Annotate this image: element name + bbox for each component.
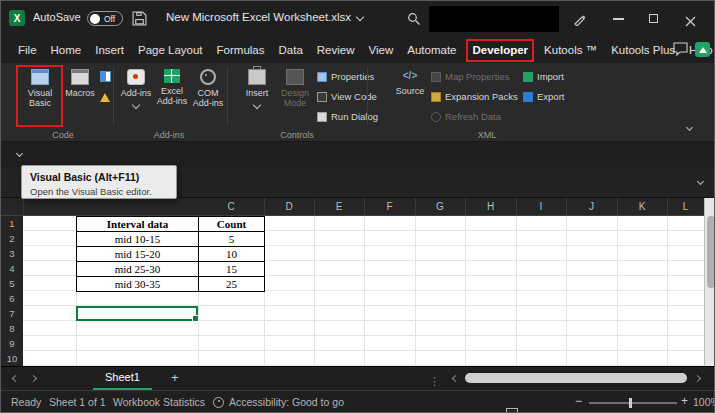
document-title[interactable]: New Microsoft Excel Worksheet.xlsx (166, 11, 363, 23)
expansion-packs-button[interactable]: Expansion Packs (431, 91, 518, 102)
import-button[interactable]: Import (523, 71, 564, 82)
macros-label: Macros (65, 88, 95, 98)
comments-icon[interactable] (673, 42, 688, 60)
row-header-3[interactable]: 3 (1, 246, 23, 261)
formula-bar-expand-chevron[interactable] (697, 178, 704, 185)
zoom-slider-thumb[interactable] (629, 398, 632, 408)
column-header-G[interactable]: G (415, 198, 466, 215)
tab-view[interactable]: View (362, 38, 401, 63)
insert-label: Insert (246, 88, 269, 98)
addins-label: Add-ins (121, 88, 152, 98)
share-icon[interactable] (695, 42, 710, 57)
refresh-data-label: Refresh Data (445, 111, 501, 122)
row-header-6[interactable]: 6 (1, 291, 23, 306)
tab-kutools[interactable]: Kutools ™ (537, 38, 604, 63)
tab-formulas[interactable]: Formulas (210, 38, 272, 63)
add-sheet-button[interactable]: + (171, 370, 179, 385)
column-header-I[interactable]: I (516, 198, 567, 215)
tab-file[interactable]: File (11, 38, 44, 63)
column-header-L[interactable]: L (667, 198, 705, 215)
properties-button[interactable]: Properties (317, 71, 374, 82)
cell-C1[interactable]: Count (199, 217, 265, 232)
cell-B3[interactable]: mid 15-20 (77, 247, 199, 262)
column-header-F[interactable]: F (364, 198, 416, 215)
cell-C4[interactable]: 15 (199, 262, 265, 277)
sheet-scroll-left-icon[interactable] (12, 375, 19, 382)
relative-references-icon[interactable] (100, 71, 111, 82)
pen-icon[interactable] (573, 12, 586, 30)
maximize-button[interactable] (649, 14, 658, 23)
run-dialog-button[interactable]: Run Dialog (317, 111, 378, 122)
accessibility-status[interactable]: Accessibility: Good to go (229, 396, 344, 408)
row-header-8[interactable]: 8 (1, 321, 23, 336)
macro-security-icon[interactable] (100, 93, 110, 102)
cell-C5[interactable]: 25 (199, 277, 265, 292)
column-header-E[interactable]: E (314, 198, 365, 215)
search-icon[interactable] (407, 12, 421, 30)
row-header-7[interactable]: 7 (1, 306, 23, 321)
cell-B1[interactable]: Interval data (77, 217, 199, 232)
excel-window: AutoSave Off New Microsoft Excel Workshe… (0, 0, 715, 413)
save-icon[interactable] (132, 11, 147, 30)
horizontal-scrollbar-thumb[interactable] (465, 373, 687, 383)
cell-C3[interactable]: 10 (199, 247, 265, 262)
addins-button[interactable]: Add-ins (119, 69, 153, 108)
row-header-column: 1 2 3 4 5 6 7 8 9 10 (1, 216, 23, 366)
tab-home[interactable]: Home (44, 38, 89, 63)
row-header-2[interactable]: 2 (1, 231, 23, 246)
minimize-button[interactable] (613, 18, 624, 20)
ribbon-content: Visual Basic Macros Code Add-ins Excel A… (1, 63, 715, 141)
column-header-H[interactable]: H (465, 198, 517, 215)
row-header-1[interactable]: 1 (1, 216, 23, 231)
zoom-slider[interactable] (589, 402, 677, 404)
vertical-scrollbar-thumb[interactable] (707, 216, 715, 288)
select-all-corner[interactable] (1, 198, 24, 215)
workbook-statistics[interactable]: Workbook Statistics (113, 396, 205, 408)
normal-view-icon[interactable] (506, 408, 518, 413)
row-header-10[interactable]: 10 (1, 351, 23, 366)
close-button[interactable] (685, 13, 696, 31)
hscroll-left-icon[interactable] (452, 375, 459, 382)
tab-insert[interactable]: Insert (88, 38, 131, 63)
fill-handle[interactable] (192, 315, 199, 322)
column-header-J[interactable]: J (566, 198, 618, 215)
macros-button[interactable]: Macros (63, 69, 97, 98)
hscroll-right-icon[interactable] (694, 375, 701, 382)
column-header-D[interactable]: D (264, 198, 315, 215)
cell-B4[interactable]: mid 25-30 (77, 262, 199, 277)
excel-addins-button[interactable]: Excel Add-ins (155, 69, 189, 107)
export-label: Export (537, 91, 564, 102)
com-addins-button[interactable]: COM Add-ins (191, 69, 225, 109)
cell-C2[interactable]: 5 (199, 232, 265, 247)
autosave-toggle[interactable]: Off (87, 11, 123, 26)
tab-automate[interactable]: Automate (400, 38, 463, 63)
collapse-ribbon-chevron[interactable] (686, 124, 693, 131)
zoom-in-button[interactable] (681, 394, 688, 408)
tab-data[interactable]: Data (272, 38, 310, 63)
tab-bar-divider-icon[interactable] (429, 371, 440, 389)
tab-developer[interactable]: Developer (466, 39, 534, 62)
column-header-K[interactable]: K (617, 198, 668, 215)
zoom-out-button[interactable] (575, 394, 582, 408)
source-button[interactable]: Source (393, 69, 427, 96)
selected-cell[interactable] (76, 306, 198, 321)
tab-kutools-plus[interactable]: Kutools Plus (604, 38, 682, 63)
title-bar: AutoSave Off New Microsoft Excel Workshe… (1, 1, 715, 37)
cell-B5[interactable]: mid 30-35 (77, 277, 199, 292)
tab-page-layout[interactable]: Page Layout (131, 38, 210, 63)
insert-control-button[interactable]: Insert (241, 69, 273, 108)
vertical-scrollbar[interactable] (704, 198, 715, 366)
row-header-4[interactable]: 4 (1, 261, 23, 276)
row-header-9[interactable]: 9 (1, 336, 23, 351)
column-header-C[interactable]: C (198, 198, 265, 215)
cell-B2[interactable]: mid 10-15 (77, 232, 199, 247)
tab-review[interactable]: Review (310, 38, 362, 63)
sheet-scroll-right-icon[interactable] (30, 375, 37, 382)
zoom-level[interactable]: 100% (693, 396, 715, 408)
ribbon-tab-row: File Home Insert Page Layout Formulas Da… (11, 37, 715, 63)
quick-access-chevron[interactable] (16, 150, 23, 157)
row-header-5[interactable]: 5 (1, 276, 23, 291)
export-button[interactable]: Export (523, 91, 564, 102)
design-mode-icon (286, 69, 304, 85)
sheet-tab-sheet1[interactable]: Sheet1 (93, 367, 152, 391)
